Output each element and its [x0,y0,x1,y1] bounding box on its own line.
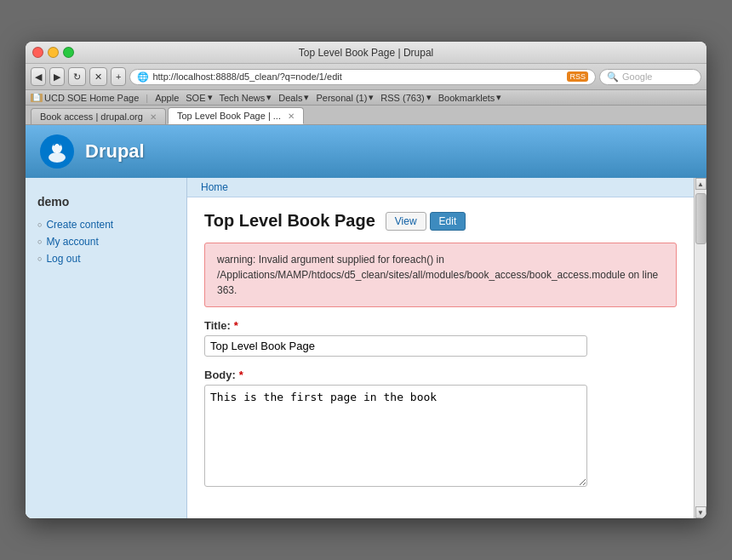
breadcrumb-home-link[interactable]: Home [201,181,228,193]
page-header: Top Level Book Page View Edit [204,211,677,231]
content-area: Home Top Level Book Page View Edit wa [187,178,694,518]
bookmark-item[interactable]: 📄 UCD SOE Home Page [31,93,139,103]
warning-box: warning: Invalid argument supplied for f… [204,243,677,307]
bookmark-bookmarklets[interactable]: Bookmarklets▾ [438,92,502,103]
bookmark-icon: 📄 [31,94,43,102]
rss-icon: RSS [567,71,588,82]
nav-bar: ◀ ▶ ↻ ✕ + 🌐 http://localhost:8888/d5_cle… [26,64,706,90]
tab-bar: Book access | drupal.org ✕ Top Level Boo… [26,106,706,125]
tab-label-active: Top Level Book Page | ... [177,111,281,121]
address-icon: 🌐 [137,71,149,83]
my-account-link[interactable]: My account [46,236,98,248]
forward-button[interactable]: ▶ [49,67,65,86]
content-inner: Top Level Book Page View Edit warning: I… [187,197,694,515]
svg-point-1 [49,152,66,163]
browser-window: Top Level Book Page | Drupal ◀ ▶ ↻ ✕ + 🌐… [26,42,706,518]
create-content-link[interactable]: Create content [46,219,113,231]
reload-button[interactable]: ↻ [68,67,86,86]
bookmark-label: UCD SOE Home Page [44,93,139,103]
close-active-tab-icon[interactable]: ✕ [288,111,295,121]
address-bar[interactable]: 🌐 http://localhost:8888/d5_clean/?q=node… [129,69,596,85]
content-tabs: View Edit [386,212,466,231]
title-bar: Top Level Book Page | Drupal [26,42,706,64]
bookmark-soe[interactable]: SOE▾ [186,92,212,103]
title-required-star: * [234,319,238,332]
sidebar-item-create-content[interactable]: Create content [37,219,174,231]
log-out-link[interactable]: Log out [46,253,80,265]
bookmark-personal[interactable]: Personal (1)▾ [316,92,374,103]
bookmarks-bar: 📄 UCD SOE Home Page | Apple SOE▾ Tech Ne… [26,90,706,106]
page-title: Top Level Book Page [204,211,375,231]
svg-point-2 [52,143,62,153]
sidebar-item-my-account[interactable]: My account [37,236,174,248]
body-label: Body: * [204,369,677,381]
minimize-button[interactable] [48,47,59,58]
sidebar: demo Create content My account Log out [26,178,187,518]
search-bar[interactable]: 🔍 Google [599,69,701,85]
tab-top-level[interactable]: Top Level Book Page | ... ✕ [168,107,304,124]
title-form-group: Title: * [204,319,677,357]
title-input[interactable] [204,335,587,357]
site-name: Drupal [85,140,145,163]
breadcrumb: Home [187,178,694,197]
close-tab-icon[interactable]: ✕ [150,112,157,122]
bookmark-rss[interactable]: RSS (763)▾ [380,92,431,103]
maximize-button[interactable] [63,47,74,58]
body-textarea[interactable]: This is the first page in the book [204,385,587,487]
drupal-header: Drupal [26,125,706,178]
stop-button[interactable]: ✕ [89,67,107,86]
body-required-star: * [239,369,243,381]
sidebar-item-log-out[interactable]: Log out [37,253,174,265]
apple-label: Apple [155,93,179,103]
bookmark-deals[interactable]: Deals▾ [278,92,309,103]
main-wrapper: demo Create content My account Log out [26,178,706,518]
title-label: Title: * [204,319,677,332]
bookmark-technews[interactable]: Tech News▾ [220,92,272,103]
edit-tab[interactable]: Edit [430,212,466,231]
sidebar-username: demo [37,195,174,209]
search-icon: 🔍 [607,71,619,83]
sidebar-nav: Create content My account Log out [37,219,174,265]
drupal-logo [39,134,75,169]
body-form-group: Body: * This is the first page in the bo… [204,369,677,489]
warning-message: warning: Invalid argument supplied for f… [217,254,658,296]
window-title: Top Level Book Page | Drupal [299,47,434,59]
add-tab-button[interactable]: + [111,67,126,86]
scrollbar-up-button[interactable]: ▲ [695,178,706,190]
search-placeholder: Google [622,71,652,82]
address-text: http://localhost:8888/d5_clean/?q=node/1… [152,71,563,82]
scrollbar-down-button[interactable]: ▼ [695,506,706,518]
tab-label: Book access | drupal.org [40,111,143,122]
close-button[interactable] [32,47,43,58]
browser-content: Drupal demo Create content My account Lo… [26,125,706,518]
back-button[interactable]: ◀ [31,67,46,86]
tab-book-access[interactable]: Book access | drupal.org ✕ [31,108,166,124]
view-tab[interactable]: View [386,212,426,231]
scrollbar-thumb[interactable] [695,193,706,244]
scrollbar[interactable]: ▲ ▼ [694,178,706,518]
window-controls [32,47,74,58]
bookmark-apple[interactable]: Apple [155,93,179,103]
